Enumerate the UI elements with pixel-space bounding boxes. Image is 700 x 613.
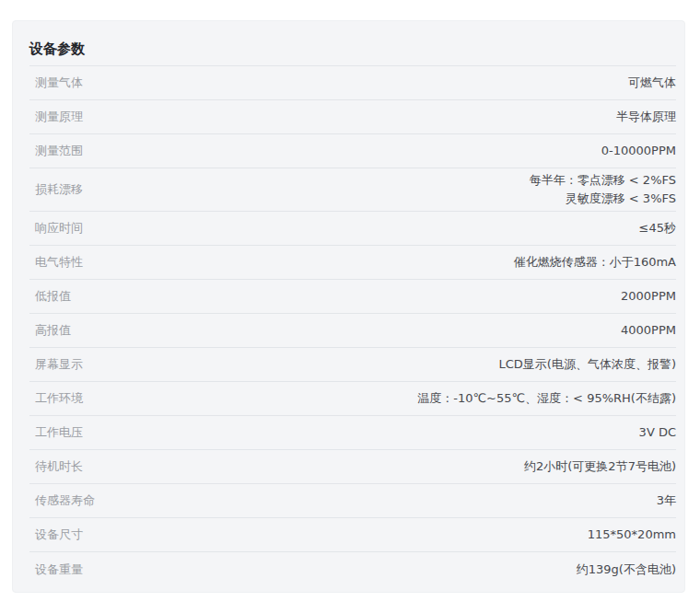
row-value: LCD显示(电源、气体浓度、报警) [83,353,676,376]
table-row: 工作电压 3V DC [29,416,676,450]
table-row: 测量气体 可燃气体 [29,66,676,100]
row-value: 催化燃烧传感器：小于160mA [83,250,676,274]
row-label: 设备尺寸 [29,526,83,544]
row-value: 2000PPM [71,284,676,308]
row-label: 设备重量 [29,561,83,579]
row-value: 0-10000PPM [83,139,676,163]
spec-table: 测量气体 可燃气体 测量原理 半导体原理 测量范围 0-10000PPM 损耗漂… [29,66,676,586]
row-value: 3年 [95,489,676,513]
table-row: 低报值 2000PPM [29,280,676,314]
row-label: 高报值 [29,321,71,340]
row-label: 传感器寿命 [29,492,95,510]
row-value: 115*50*20mm [83,523,676,547]
table-row: 设备重量 约139g(不含电池) [29,552,676,586]
row-value: 约139g(不含电池) [83,558,676,582]
table-row: 工作环境 温度：-10℃~55℃、湿度：< 95%RH(不结露) [29,382,676,416]
table-row: 损耗漂移 每半年：零点漂移 < 2%FS 灵敏度漂移 < 3%FS [29,168,676,212]
row-label: 测量气体 [29,74,83,92]
row-value: 4000PPM [71,318,676,342]
table-row: 传感器寿命 3年 [29,484,676,518]
card-title: 设备参数 [29,38,676,66]
table-row: 设备尺寸 115*50*20mm [29,518,676,552]
row-value: 可燃气体 [83,71,676,95]
table-row: 高报值 4000PPM [29,314,676,348]
table-row: 测量范围 0-10000PPM [29,134,676,168]
row-label: 工作环境 [29,389,83,408]
row-value: 约2小时(可更换2节7号电池) [83,455,676,479]
device-parameters-card: 设备参数 测量气体 可燃气体 测量原理 半导体原理 测量范围 0-10000PP… [12,20,685,593]
row-value: 每半年：零点漂移 < 2%FS 灵敏度漂移 < 3%FS [83,168,676,211]
table-row: 屏幕显示 LCD显示(电源、气体浓度、报警) [29,348,676,382]
row-label: 低报值 [29,287,71,306]
row-label: 测量范围 [29,142,83,160]
row-value: ≤45秒 [83,216,676,240]
table-row: 测量原理 半导体原理 [29,100,676,134]
row-label: 损耗漂移 [29,180,83,199]
row-value: 3V DC [83,421,676,445]
row-value: 温度：-10℃~55℃、湿度：< 95%RH(不结露) [83,387,676,411]
row-value: 半导体原理 [83,105,676,129]
row-label: 测量原理 [29,108,83,126]
row-label: 待机时长 [29,457,83,476]
table-row: 待机时长 约2小时(可更换2节7号电池) [29,450,676,484]
row-label: 响应时间 [29,219,83,237]
table-row: 电气特性 催化燃烧传感器：小于160mA [29,246,676,280]
table-row: 响应时间 ≤45秒 [29,212,676,246]
row-label: 工作电压 [29,423,83,442]
row-label: 电气特性 [29,253,83,272]
row-label: 屏幕显示 [29,355,83,374]
